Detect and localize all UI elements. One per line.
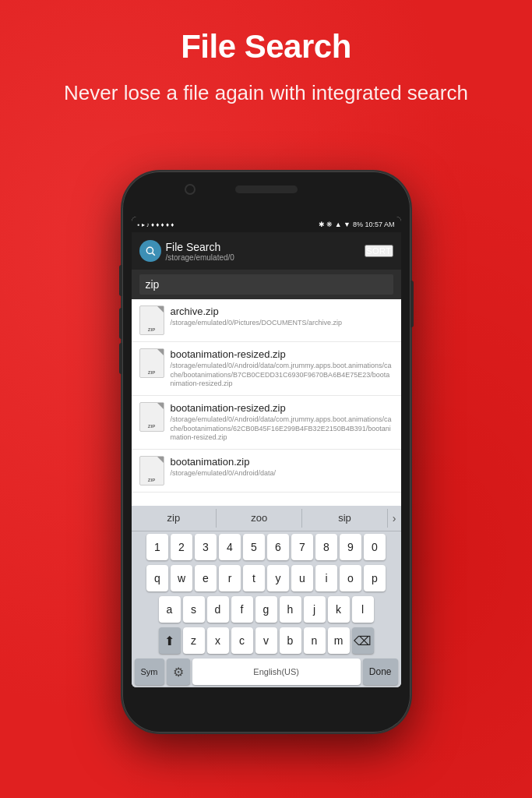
shift-key[interactable]: ⬆ (159, 627, 181, 654)
list-item[interactable]: ZIP bootanimation-resized.zip /storage/e… (132, 342, 401, 396)
key-x[interactable]: x (207, 627, 229, 654)
phone-speaker (235, 185, 298, 193)
keyboard-row-numbers: 1 2 3 4 5 6 7 8 9 0 (132, 531, 401, 563)
key-d[interactable]: d (207, 596, 229, 623)
sym-key[interactable]: Sym (135, 659, 164, 685)
key-m[interactable]: m (328, 627, 350, 654)
list-item[interactable]: ZIP bootanimation.zip /storage/emulated/… (132, 450, 401, 493)
toolbar-app-title: File Search (166, 241, 234, 253)
file-icon: ZIP (139, 402, 164, 432)
file-info: bootanimation.zip /storage/emulated/0/An… (171, 456, 393, 478)
file-path: /storage/emulated/0/Android/data/ (171, 469, 393, 478)
suggestion-zip[interactable]: zip (132, 509, 217, 528)
file-path: /storage/emulated/0/Android/data/com.jru… (171, 362, 393, 389)
key-j[interactable]: j (304, 596, 326, 623)
done-key[interactable]: Done (363, 659, 398, 685)
key-a[interactable]: a (159, 596, 181, 623)
phone-camera (185, 184, 196, 195)
file-icon-label: ZIP (148, 327, 155, 332)
key-k[interactable]: k (328, 596, 350, 623)
search-bar-container (132, 270, 401, 299)
file-icon: ZIP (139, 348, 164, 378)
file-name: bootanimation.zip (171, 456, 393, 468)
space-key[interactable]: English(US) (192, 659, 361, 685)
key-6[interactable]: 6 (267, 534, 289, 560)
key-4[interactable]: 4 (219, 534, 241, 560)
list-item[interactable]: ZIP bootanimation-resized.zip /storage/e… (132, 396, 401, 450)
key-7[interactable]: 7 (291, 534, 313, 560)
key-5[interactable]: 5 (243, 534, 265, 560)
suggestion-more-icon[interactable]: › (388, 509, 401, 528)
file-name: archive.zip (171, 305, 393, 317)
key-g[interactable]: g (255, 596, 277, 623)
suggestion-sip[interactable]: sip (302, 509, 388, 528)
settings-key[interactable]: ⚙ (167, 659, 190, 685)
key-h[interactable]: h (280, 596, 301, 623)
file-icon-label: ZIP (148, 478, 155, 482)
key-3[interactable]: 3 (195, 534, 217, 560)
file-icon: ZIP (139, 305, 164, 335)
toolbar-title-block: File Search /storage/emulated/0 (166, 241, 234, 262)
key-o[interactable]: o (340, 565, 361, 591)
key-e[interactable]: e (195, 565, 217, 591)
file-name: bootanimation-resized.zip (171, 402, 393, 414)
key-p[interactable]: p (364, 565, 386, 591)
file-info: archive.zip /storage/emulated/0/Pictures… (171, 305, 393, 328)
status-right-info: ✱ ❋ ▲ ▼ 8% 10:57 AM (319, 221, 395, 228)
key-n[interactable]: n (304, 627, 326, 654)
notification-icons: ▪ ▸ ♪ ♦ ♦ ♦ ♦ ♦ (138, 221, 174, 228)
battery-level: 8% 10:57 AM (353, 221, 395, 228)
phone-mockup: ▪ ▸ ♪ ♦ ♦ ♦ ♦ ♦ ✱ ❋ ▲ ▼ 8% 10:57 AM (122, 171, 410, 733)
page-title: File Search (0, 0, 532, 65)
keyboard-bottom-row: Sym ⚙ English(US) Done (132, 656, 401, 687)
file-info: bootanimation-resized.zip /storage/emula… (171, 348, 393, 389)
key-w[interactable]: w (171, 565, 192, 591)
file-info: bootanimation-resized.zip /storage/emula… (171, 402, 393, 443)
key-1[interactable]: 1 (146, 534, 168, 560)
keyboard-row-qwerty: q w e r t y u i o p (132, 563, 401, 594)
key-z[interactable]: z (183, 627, 205, 654)
page-subtitle: Never lose a file again with integrated … (0, 79, 532, 107)
key-y[interactable]: y (267, 565, 289, 591)
key-0[interactable]: 0 (364, 534, 386, 560)
file-icon-label: ZIP (148, 424, 155, 429)
app-icon (139, 240, 161, 262)
key-2[interactable]: 2 (171, 534, 192, 560)
suggestion-zoo[interactable]: zoo (217, 509, 302, 528)
file-icon: ZIP (139, 456, 164, 486)
toolbar-path: /storage/emulated/0 (166, 253, 234, 262)
phone-screen: ▪ ▸ ♪ ♦ ♦ ♦ ♦ ♦ ✱ ❋ ▲ ▼ 8% 10:57 AM (132, 217, 401, 687)
svg-point-0 (146, 247, 153, 253)
phone-shell: ▪ ▸ ♪ ♦ ♦ ♦ ♦ ♦ ✱ ❋ ▲ ▼ 8% 10:57 AM (122, 171, 410, 733)
key-9[interactable]: 9 (340, 534, 361, 560)
sort-button[interactable]: SORT (365, 245, 393, 257)
file-name: bootanimation-resized.zip (171, 348, 393, 360)
app-toolbar: File Search /storage/emulated/0 SORT (132, 232, 401, 270)
keyboard-row-asdf: a s d f g h j k l (132, 594, 401, 625)
file-path: /storage/emulated/0/Android/data/com.jru… (171, 415, 393, 443)
toolbar-left: File Search /storage/emulated/0 (139, 240, 234, 262)
key-c[interactable]: c (231, 627, 253, 654)
key-f[interactable]: f (231, 596, 253, 623)
key-r[interactable]: r (219, 565, 241, 591)
key-q[interactable]: q (146, 565, 168, 591)
status-bar: ▪ ▸ ♪ ♦ ♦ ♦ ♦ ♦ ✱ ❋ ▲ ▼ 8% 10:57 AM (132, 217, 401, 232)
key-l[interactable]: l (352, 596, 374, 623)
file-icon-label: ZIP (148, 370, 155, 375)
battery-bluetooth-icons: ✱ ❋ ▲ ▼ (319, 221, 351, 228)
key-b[interactable]: b (280, 627, 301, 654)
file-path: /storage/emulated/0/Pictures/DOCUMENTS/a… (171, 319, 393, 328)
list-item[interactable]: ZIP archive.zip /storage/emulated/0/Pict… (132, 299, 401, 342)
key-t[interactable]: t (243, 565, 265, 591)
key-s[interactable]: s (183, 596, 205, 623)
search-input[interactable] (139, 274, 393, 295)
key-u[interactable]: u (291, 565, 313, 591)
file-list: ZIP archive.zip /storage/emulated/0/Pict… (132, 299, 401, 506)
delete-key[interactable]: ⌫ (352, 627, 374, 654)
key-v[interactable]: v (255, 627, 277, 654)
key-8[interactable]: 8 (315, 534, 337, 560)
keyboard: zip zoo sip › 1 2 3 4 5 6 7 8 9 0 (132, 506, 401, 687)
key-i[interactable]: i (315, 565, 337, 591)
keyboard-row-zxcv: ⬆ z x c v b n m ⌫ (132, 625, 401, 656)
status-left-icons: ▪ ▸ ♪ ♦ ♦ ♦ ♦ ♦ (138, 221, 174, 228)
